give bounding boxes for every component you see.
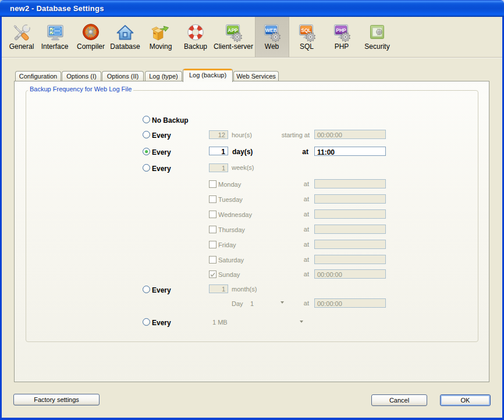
svg-text:SQL: SQL bbox=[301, 27, 311, 33]
